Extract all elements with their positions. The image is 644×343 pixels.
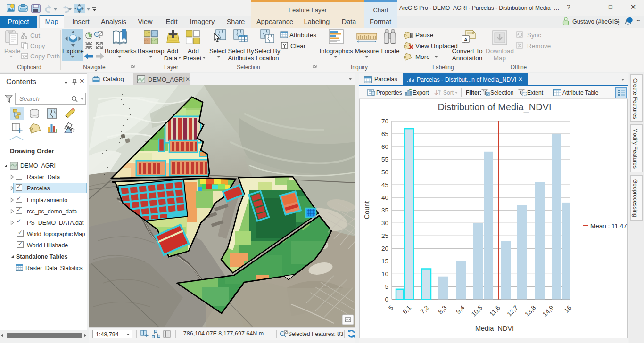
svg-text:8,3: 8,3	[437, 304, 448, 316]
svg-text:Mean : 11,47: Mean : 11,47	[590, 222, 627, 229]
svg-text:0: 0	[385, 296, 388, 303]
svg-text:15: 15	[381, 258, 388, 265]
svg-text:7,2: 7,2	[419, 304, 430, 316]
svg-text:50: 50	[381, 169, 388, 176]
svg-text:30: 30	[381, 220, 388, 227]
svg-text:9,4: 9,4	[454, 304, 466, 315]
svg-text:45: 45	[381, 181, 388, 188]
svg-text:40: 40	[381, 194, 388, 201]
svg-text:6,1: 6,1	[401, 304, 413, 316]
svg-text:10,5: 10,5	[470, 304, 484, 318]
svg-text:Distribution of Media_NDVI: Distribution of Media_NDVI	[438, 102, 551, 113]
svg-text:5: 5	[387, 304, 395, 312]
svg-text:16: 16	[563, 304, 573, 314]
svg-text:35: 35	[381, 207, 388, 214]
svg-text:60: 60	[381, 143, 388, 150]
svg-text:65: 65	[381, 131, 388, 138]
svg-text:Count: Count	[363, 201, 371, 220]
svg-text:14,9: 14,9	[541, 304, 555, 318]
svg-text:5: 5	[385, 283, 388, 290]
svg-text:11,6: 11,6	[488, 304, 501, 318]
svg-text:A: A	[464, 37, 468, 42]
svg-text:20: 20	[381, 245, 388, 252]
svg-text:10: 10	[381, 270, 388, 278]
svg-text:25: 25	[381, 232, 388, 239]
svg-text:70: 70	[381, 118, 388, 125]
svg-text:13,8: 13,8	[523, 304, 537, 318]
svg-text:12,7: 12,7	[506, 304, 520, 318]
svg-text:Media_NDVI: Media_NDVI	[475, 325, 514, 332]
svg-text:55: 55	[381, 156, 388, 163]
